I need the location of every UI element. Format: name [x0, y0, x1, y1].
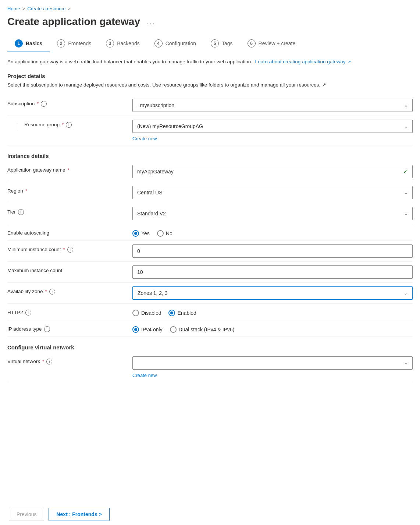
ip-type-info-icon[interactable]: i — [44, 326, 50, 332]
tier-value: Standard V2 — [137, 211, 166, 216]
max-count-row: Maximum instance count 10 — [7, 262, 413, 283]
content-area: An application gateway is a web traffic … — [0, 58, 420, 415]
tab-backends[interactable]: 3 Backends — [99, 35, 147, 52]
resource-group-info-icon[interactable]: i — [66, 122, 72, 128]
autoscaling-no-option[interactable]: No — [157, 230, 172, 237]
min-count-info-icon[interactable]: i — [67, 247, 73, 253]
resource-group-required: * — [62, 122, 64, 127]
autoscaling-no-radio[interactable] — [157, 230, 164, 237]
breadcrumb-create-resource[interactable]: Create a resource — [27, 6, 65, 11]
tier-label: Tier — [7, 209, 16, 215]
previous-button[interactable]: Previous — [9, 508, 44, 521]
external-link-icon: ↗ — [346, 60, 351, 64]
max-count-control: 10 — [132, 265, 413, 279]
ip-ipv4-radio[interactable] — [132, 326, 139, 333]
ip-dual-option[interactable]: Dual stack (IPv4 & IPv6) — [170, 326, 235, 333]
tier-dropdown[interactable]: Standard V2 ⌄ — [132, 207, 413, 220]
vnet-control: ⌄ Create new — [132, 356, 413, 378]
availability-control: Zones 1, 2, 3 ⌄ — [132, 286, 413, 300]
resource-group-dropdown[interactable]: (New) myResourceGroupAG ⌄ — [132, 120, 413, 133]
vnet-dropdown[interactable]: ⌄ — [132, 356, 413, 370]
min-count-row: Minimum instance count * i 0 — [7, 241, 413, 262]
region-label-col: Region * — [7, 186, 132, 194]
autoscaling-yes-option[interactable]: Yes — [132, 230, 150, 237]
autoscaling-yes-label: Yes — [141, 230, 150, 236]
region-label: Region — [7, 188, 23, 194]
tab-frontends-label: Frontends — [68, 40, 91, 46]
gateway-name-required: * — [68, 167, 70, 173]
max-count-value: 10 — [137, 269, 143, 275]
ip-type-radio-group: IPv4 only Dual stack (IPv4 & IPv6) — [132, 324, 413, 333]
ip-dual-label: Dual stack (IPv4 & IPv6) — [179, 327, 235, 332]
http2-label-col: HTTP2 i — [7, 307, 132, 316]
http2-info-icon[interactable]: i — [25, 310, 31, 316]
http2-enabled-option[interactable]: Enabled — [168, 310, 196, 316]
tier-info-icon[interactable]: i — [18, 209, 24, 215]
vnet-chevron: ⌄ — [404, 360, 408, 366]
autoscaling-radio-group: Yes No — [132, 228, 413, 237]
tab-frontends-number: 2 — [57, 39, 65, 47]
autoscaling-control: Yes No — [132, 228, 413, 237]
resource-group-label: Resource group — [24, 122, 60, 127]
tab-frontends[interactable]: 2 Frontends — [50, 35, 99, 52]
ip-dual-radio[interactable] — [170, 326, 177, 333]
tier-control: Standard V2 ⌄ — [132, 207, 413, 220]
subscription-required: * — [37, 101, 39, 106]
http2-row: HTTP2 i Disabled Enabled — [7, 304, 413, 320]
vnet-section: Virtual network * i ⌄ Create new — [7, 353, 413, 382]
http2-control: Disabled Enabled — [132, 307, 413, 316]
bottom-bar: Previous Next : Frontends > — [0, 503, 420, 525]
create-new-rg-link[interactable]: Create new — [132, 136, 413, 141]
availability-required: * — [45, 289, 47, 294]
subscription-info-icon[interactable]: i — [41, 101, 47, 107]
gateway-name-label-col: Application gateway name * — [7, 165, 132, 173]
tier-chevron: ⌄ — [404, 211, 408, 216]
vnet-label-col: Virtual network * i — [7, 356, 132, 364]
region-dropdown[interactable]: Central US ⌄ — [132, 186, 413, 199]
http2-enabled-radio[interactable] — [168, 310, 175, 316]
autoscaling-yes-radio[interactable] — [132, 230, 139, 237]
subscription-dropdown[interactable]: _mysubscription ⌄ — [132, 99, 413, 112]
ip-ipv4-option[interactable]: IPv4 only — [132, 326, 163, 333]
subscription-row: Subscription * i _mysubscription ⌄ — [7, 95, 413, 116]
tab-tags[interactable]: 5 Tags — [203, 35, 240, 52]
breadcrumb-sep1: > — [22, 6, 25, 11]
autoscaling-yes-dot — [134, 232, 137, 235]
tab-configuration[interactable]: 4 Configuration — [147, 35, 203, 52]
availability-info-icon[interactable]: i — [49, 289, 55, 295]
breadcrumb-sep2: > — [68, 6, 71, 11]
tab-basics[interactable]: 1 Basics — [7, 35, 50, 52]
availability-label: Availability zone — [7, 289, 43, 294]
max-count-label-col: Maximum instance count — [7, 265, 132, 273]
http2-disabled-radio[interactable] — [132, 310, 139, 316]
valid-checkmark-icon: ✓ — [403, 168, 408, 175]
min-count-input[interactable]: 0 — [132, 244, 413, 258]
availability-dropdown[interactable]: Zones 1, 2, 3 ⌄ — [132, 286, 413, 300]
vnet-info-icon[interactable]: i — [46, 359, 52, 364]
gateway-name-control: myAppGateway ✓ — [132, 165, 413, 178]
vnet-section-title: Configure virtual network — [7, 344, 413, 350]
external-link-icon-2: ↗ — [322, 82, 326, 88]
next-button[interactable]: Next : Frontends > — [49, 508, 109, 521]
http2-disabled-option[interactable]: Disabled — [132, 310, 161, 316]
resource-group-value: (New) myResourceGroupAG — [137, 123, 203, 129]
min-count-control: 0 — [132, 244, 413, 258]
subscription-control: _mysubscription ⌄ — [132, 99, 413, 112]
max-count-input[interactable]: 10 — [132, 265, 413, 279]
learn-link[interactable]: Learn about creating application gateway… — [255, 59, 350, 64]
resource-group-row: Resource group * i (New) myResourceGroup… — [7, 116, 413, 145]
vnet-row: Virtual network * i ⌄ Create new — [7, 353, 413, 382]
tab-backends-label: Backends — [117, 40, 139, 46]
breadcrumb-home[interactable]: Home — [7, 6, 20, 11]
create-new-vnet-link[interactable]: Create new — [132, 373, 413, 378]
tab-review-number: 6 — [248, 39, 256, 47]
tab-review-create[interactable]: 6 Review + create — [240, 35, 303, 52]
ellipsis-button[interactable]: ... — [145, 16, 157, 28]
tabs-row: 1 Basics 2 Frontends 3 Backends 4 Config… — [0, 35, 420, 52]
vnet-label: Virtual network — [7, 359, 40, 364]
gateway-name-input[interactable]: myAppGateway ✓ — [132, 165, 413, 178]
region-control: Central US ⌄ — [132, 186, 413, 199]
project-details-desc: Select the subscription to manage deploy… — [7, 81, 413, 89]
http2-radio-group: Disabled Enabled — [132, 307, 413, 316]
resource-group-chevron: ⌄ — [404, 124, 408, 129]
